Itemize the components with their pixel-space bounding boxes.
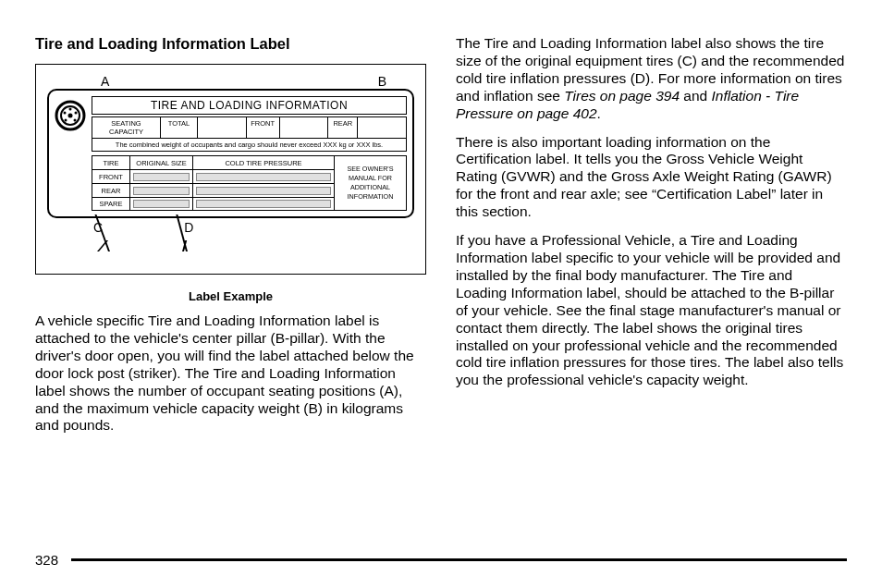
seating-front-value (280, 117, 329, 138)
rp1-c: . (597, 105, 601, 121)
top-callouts: A B (101, 74, 386, 89)
right-paragraph-3: If you have a Professional Vehicle, a Ti… (456, 232, 847, 389)
tire-grid: TIRE ORIGINAL SIZE COLD TIRE PRESSURE FR… (92, 155, 407, 211)
seating-total-value (198, 117, 247, 138)
bottom-callouts: C D (93, 220, 416, 235)
owner-note-l3: ADDITIONAL (337, 183, 403, 192)
tire-header-size: ORIGINAL SIZE (130, 155, 193, 169)
tire-header-pressure: COLD TIRE PRESSURE (193, 155, 335, 169)
label-figure: A B (35, 64, 426, 275)
placard-title: TIRE AND LOADING INFORMATION (92, 96, 407, 115)
page-number: 328 (35, 552, 58, 568)
tire-header-tire: TIRE (92, 155, 130, 169)
svg-point-4 (75, 112, 78, 115)
callout-a: A (101, 74, 109, 89)
callout-d: D (184, 220, 193, 235)
tire-placard: TIRE AND LOADING INFORMATION SEATING CAP… (47, 89, 414, 218)
tire-row-spare-pressure (193, 197, 335, 211)
tire-grid-header: TIRE ORIGINAL SIZE COLD TIRE PRESSURE (92, 155, 335, 169)
left-paragraph-1: A vehicle specific Tire and Loading Info… (35, 312, 426, 435)
seating-total-label: TOTAL (161, 117, 198, 138)
tire-row-rear-size (130, 183, 193, 197)
tire-row-rear: REAR (92, 183, 335, 197)
svg-point-2 (68, 114, 73, 118)
tire-row-spare-size (130, 197, 193, 211)
tire-row-rear-pressure (193, 183, 335, 197)
callout-b: B (378, 74, 386, 89)
weight-limit-note: The combined weight of occupants and car… (92, 139, 407, 152)
section-title: Tire and Loading Information Label (35, 35, 426, 53)
tire-row-spare-label: SPARE (92, 197, 130, 211)
rp1-b: and (680, 88, 711, 104)
svg-point-3 (69, 108, 72, 111)
rp1-ital1: Tires on page 394 (564, 88, 680, 104)
svg-point-5 (74, 119, 77, 122)
tire-row-spare: SPARE (92, 197, 335, 211)
owner-note-l2: MANUAL FOR (337, 174, 403, 183)
left-column: Tire and Loading Information Label A B (35, 35, 426, 534)
footer-rule (71, 558, 847, 561)
tire-row-front: FRONT (92, 169, 335, 183)
right-paragraph-1: The Tire and Loading Information label a… (456, 35, 847, 123)
owner-manual-note: SEE OWNER'S MANUAL FOR ADDITIONAL INFORM… (335, 155, 407, 211)
page-footer: 328 (35, 552, 847, 568)
seating-rear-label: REAR (328, 117, 358, 138)
tire-row-rear-label: REAR (92, 183, 130, 197)
tire-row-front-label: FRONT (92, 169, 130, 183)
tire-grid-left: TIRE ORIGINAL SIZE COLD TIRE PRESSURE FR… (92, 155, 335, 211)
page-content: Tire and Loading Information Label A B (35, 35, 847, 534)
right-column: The Tire and Loading Information label a… (456, 35, 847, 534)
seating-front-label: FRONT (247, 117, 280, 138)
figure-caption: Label Example (35, 289, 426, 303)
tire-row-front-pressure (193, 169, 335, 183)
svg-point-6 (65, 119, 67, 122)
seating-row: SEATING CAPACITY TOTAL FRONT REAR (92, 116, 407, 139)
seating-rear-value (358, 117, 406, 138)
owner-note-l1: SEE OWNER'S (337, 165, 403, 174)
owner-note-l4: INFORMATION (337, 192, 403, 202)
tire-icon (55, 96, 86, 211)
seating-capacity-label: SEATING CAPACITY (92, 117, 161, 138)
svg-point-7 (64, 112, 67, 115)
tire-row-front-size (130, 169, 193, 183)
placard-content: TIRE AND LOADING INFORMATION SEATING CAP… (92, 96, 407, 211)
right-paragraph-2: There is also important loading informat… (456, 134, 847, 222)
